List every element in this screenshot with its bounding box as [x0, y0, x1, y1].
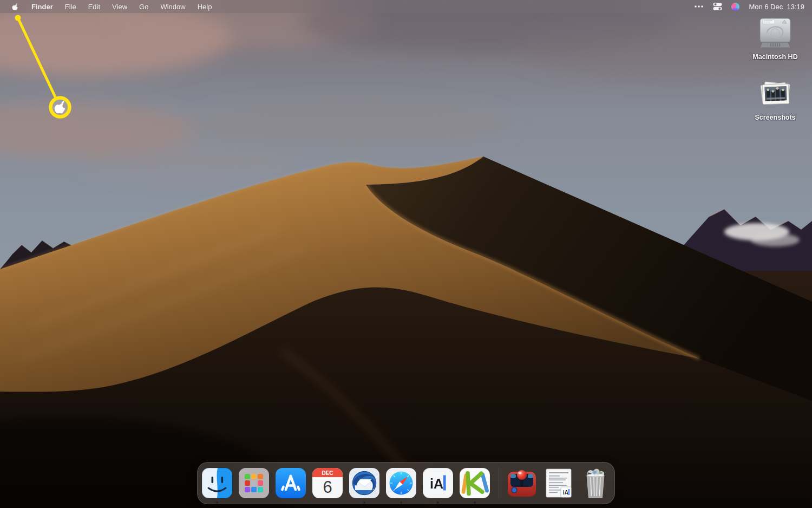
- calendar-day: 6: [323, 478, 332, 497]
- running-indicator: [363, 502, 365, 504]
- finder-icon: [201, 467, 233, 499]
- ia-writer-label: iA: [430, 476, 443, 491]
- apple-logo-icon: [11, 2, 19, 11]
- joystick-icon: [506, 467, 538, 499]
- launchpad-icon: [238, 467, 270, 499]
- menu-app-name[interactable]: Finder: [25, 0, 59, 13]
- running-indicator: [400, 502, 402, 504]
- menu-bar-status: Mon 6 Dec 13:19: [694, 0, 812, 13]
- dock-item-thunderbird[interactable]: [349, 467, 380, 499]
- running-indicator: [437, 502, 439, 504]
- menu-view[interactable]: View: [106, 0, 133, 13]
- dock-item-finder[interactable]: [201, 467, 233, 499]
- kiwix-icon: [459, 467, 490, 499]
- menu-bar: Finder File Edit View Go Window Help Mon…: [0, 0, 812, 13]
- document-icon: iA: [543, 467, 574, 499]
- dock-item-safari[interactable]: [385, 467, 417, 499]
- apple-menu-button[interactable]: [6, 0, 25, 13]
- control-center-icon[interactable]: [713, 0, 722, 13]
- desktop-icon-area: Macintosh HD: [745, 17, 805, 122]
- calendar-month: DEC: [322, 470, 333, 476]
- desktop: Finder File Edit View Go Window Help Mon…: [0, 0, 812, 508]
- trash-full-icon: [580, 467, 611, 499]
- menu-file[interactable]: File: [59, 0, 82, 13]
- hard-drive-icon: [757, 17, 793, 50]
- desktop-icon-label: Macintosh HD: [752, 54, 797, 61]
- desktop-icon-macintosh-hd[interactable]: Macintosh HD: [745, 17, 805, 61]
- menu-edit[interactable]: Edit: [82, 0, 106, 13]
- calendar-icon: DEC 6: [312, 467, 343, 499]
- dock-item-launchpad[interactable]: [238, 467, 270, 499]
- desktop-icon-screenshots[interactable]: Screenshots: [745, 80, 805, 122]
- document-badge-label: iA: [563, 490, 568, 496]
- dock-item-trash[interactable]: [580, 467, 611, 499]
- running-indicator: [474, 502, 476, 504]
- photo-stack-icon: [757, 80, 793, 111]
- dock-item-app-store[interactable]: [275, 467, 306, 499]
- dock-item-calendar[interactable]: DEC 6: [312, 467, 343, 499]
- desktop-icon-label: Screenshots: [755, 114, 795, 122]
- dock-item-openemu[interactable]: [506, 467, 538, 499]
- dock-item-kiwix[interactable]: [459, 467, 490, 499]
- app-store-icon: [275, 467, 306, 499]
- menu-window[interactable]: Window: [154, 0, 191, 13]
- menu-bar-left: Finder File Edit View Go Window Help: [0, 0, 218, 13]
- siri-orb: [731, 3, 739, 11]
- ia-writer-icon: iA: [422, 467, 454, 499]
- dock: DEC 6: [197, 462, 615, 504]
- menu-bar-clock[interactable]: Mon 6 Dec 13:19: [749, 3, 804, 11]
- safari-icon: [385, 467, 417, 499]
- dock-item-minimized-document[interactable]: iA: [543, 467, 574, 499]
- siri-icon[interactable]: [731, 0, 739, 13]
- menu-help[interactable]: Help: [192, 0, 218, 13]
- running-indicator: [216, 502, 218, 504]
- wallpaper-mojave-dunes: [0, 0, 812, 508]
- dock-item-ia-writer[interactable]: iA: [422, 467, 454, 499]
- thunderbird-icon: [349, 467, 380, 499]
- dock-separator: [498, 467, 499, 499]
- ellipsis-icon[interactable]: [694, 0, 704, 13]
- menu-go[interactable]: Go: [133, 0, 154, 13]
